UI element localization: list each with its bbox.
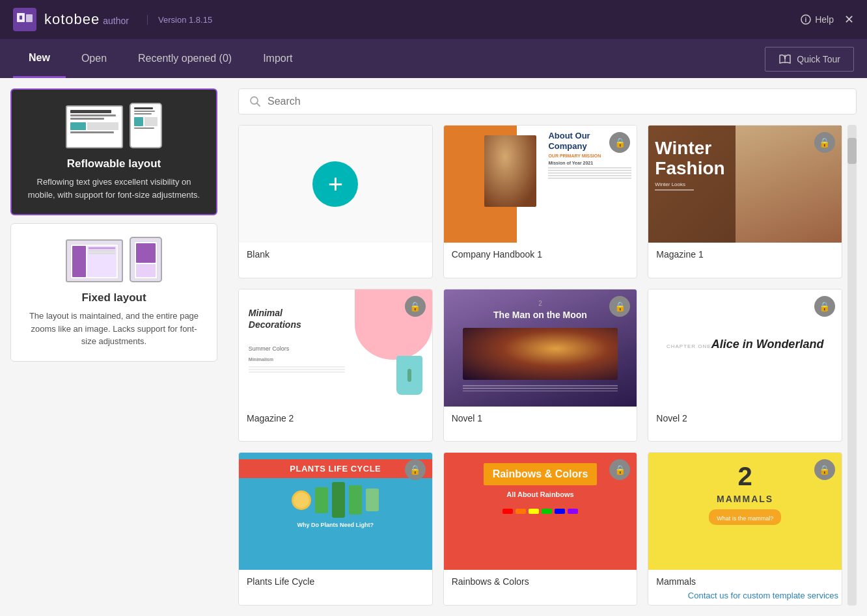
template-card-mammals[interactable]: 2 MAMMALS What is the mammal? 🔒 Mammals bbox=[648, 452, 842, 606]
novel-2-thumb: CHAPTER ONE Alice in Wonderland bbox=[648, 289, 842, 407]
brand-kotobee: kotobee bbox=[44, 11, 100, 27]
company-handbook-thumb: About OurCompany OUR PRIMARY MISSION Mis… bbox=[444, 126, 637, 243]
header-right: i Help ✕ bbox=[801, 12, 854, 27]
rainbows-thumb: Rainbows & Colors All About Rainbows bbox=[444, 453, 637, 570]
tab-open-label: Open bbox=[81, 53, 107, 64]
tab-new-label: New bbox=[29, 52, 50, 64]
close-icon: ✕ bbox=[844, 13, 854, 26]
blank-thumb: + bbox=[239, 126, 432, 243]
template-card-blank[interactable]: + Blank bbox=[238, 125, 433, 278]
magazine-2-label: Magazine 2 bbox=[239, 407, 432, 430]
tab-recently-opened[interactable]: Recently opened (0) bbox=[122, 39, 247, 78]
fixed-title: Fixed layout bbox=[81, 291, 146, 304]
novel-1-label: Novel 1 bbox=[444, 407, 637, 430]
search-input[interactable] bbox=[268, 96, 846, 107]
reflowable-mobile-preview bbox=[130, 103, 162, 148]
header-left: kotobeeauthor Version 1.8.15 bbox=[13, 8, 212, 31]
version-label: Version 1.8.15 bbox=[147, 15, 212, 25]
template-card-plants[interactable]: PLANTS LIFE CYCLE Why Do Plants Need Lig… bbox=[238, 452, 433, 606]
template-card-company-handbook[interactable]: About OurCompany OUR PRIMARY MISSION Mis… bbox=[443, 125, 638, 278]
help-button[interactable]: i Help bbox=[801, 14, 834, 25]
plants-thumb: PLANTS LIFE CYCLE Why Do Plants Need Lig… bbox=[239, 453, 432, 570]
lock-badge-magazine-2: 🔒 bbox=[405, 296, 426, 317]
grid-scroll-wrapper: + Blank bbox=[238, 125, 857, 606]
rainbows-label: Rainbows & Colors bbox=[444, 570, 637, 593]
svg-line-8 bbox=[257, 103, 260, 107]
nav-bar: New Open Recently opened (0) Import Quic… bbox=[0, 39, 867, 78]
main-content: Reflowable layout Reflowing text gives e… bbox=[0, 78, 867, 616]
quick-tour-label: Quick Tour bbox=[797, 54, 840, 64]
header: kotobeeauthor Version 1.8.15 i Help ✕ bbox=[0, 0, 867, 39]
tab-new[interactable]: New bbox=[13, 39, 66, 78]
add-icon: + bbox=[312, 161, 358, 207]
left-panel: Reflowable layout Reflowing text gives e… bbox=[0, 78, 228, 616]
fixed-description: The layout is maintained, and the entire… bbox=[24, 310, 204, 348]
novel-1-thumb: 2 The Man on the Moon bbox=[444, 289, 637, 407]
template-card-rainbows[interactable]: Rainbows & Colors All About Rainbows bbox=[443, 452, 638, 606]
book-icon bbox=[778, 54, 791, 64]
tab-recently-opened-label: Recently opened (0) bbox=[138, 53, 232, 64]
contact-label: Contact us for custom template services bbox=[688, 591, 838, 600]
close-button[interactable]: ✕ bbox=[844, 12, 854, 27]
blank-label: Blank bbox=[239, 243, 432, 266]
magazine-1-label: Magazine 1 bbox=[648, 243, 842, 266]
reflowable-title: Reflowable layout bbox=[67, 157, 161, 170]
template-card-novel-1[interactable]: 2 The Man on the Moon bbox=[443, 289, 638, 442]
template-card-magazine-2[interactable]: MinimalDecorations Summer Colors Minimal… bbox=[238, 289, 433, 442]
svg-text:i: i bbox=[805, 16, 807, 23]
plants-label: Plants Life Cycle bbox=[239, 570, 432, 593]
lock-badge-magazine-1: 🔒 bbox=[814, 132, 835, 153]
nav-tabs: New Open Recently opened (0) Import bbox=[13, 39, 308, 78]
brand-author: author bbox=[103, 16, 129, 26]
template-card-magazine-1[interactable]: WinterFashion Winter Looks 🔒 Magazine 1 bbox=[648, 125, 842, 278]
reflowable-layout-card[interactable]: Reflowable layout Reflowing text gives e… bbox=[10, 88, 217, 215]
help-icon: i bbox=[801, 14, 811, 25]
template-card-novel-2[interactable]: CHAPTER ONE Alice in Wonderland bbox=[648, 289, 842, 442]
magazine-2-thumb: MinimalDecorations Summer Colors Minimal… bbox=[239, 289, 432, 407]
brand-name-area: kotobeeauthor bbox=[44, 11, 129, 28]
lock-badge-plants: 🔒 bbox=[405, 459, 426, 480]
magazine-1-thumb: WinterFashion Winter Looks 🔒 bbox=[648, 126, 842, 243]
fixed-tablet-preview bbox=[66, 239, 123, 282]
right-panel: + Blank bbox=[228, 78, 867, 616]
template-grid: + Blank bbox=[238, 125, 845, 606]
fixed-mobile-preview bbox=[130, 237, 162, 282]
reflowable-description: Reflowing text gives excellent visibilit… bbox=[25, 176, 203, 201]
tab-import[interactable]: Import bbox=[247, 39, 308, 78]
tab-open[interactable]: Open bbox=[66, 39, 122, 78]
footer-contact[interactable]: Contact us for custom template services bbox=[683, 585, 844, 606]
tab-import-label: Import bbox=[263, 53, 292, 64]
scrollbar-thumb[interactable] bbox=[847, 138, 857, 164]
right-inner: + Blank bbox=[238, 88, 857, 606]
help-label: Help bbox=[815, 14, 834, 25]
reflowable-icons bbox=[66, 103, 162, 148]
svg-rect-2 bbox=[20, 16, 22, 20]
novel-2-label: Novel 2 bbox=[648, 407, 842, 430]
scrollbar[interactable] bbox=[847, 125, 857, 606]
reflowable-desktop-preview bbox=[66, 105, 123, 148]
lock-badge-novel-2: 🔒 bbox=[814, 296, 835, 317]
svg-rect-3 bbox=[26, 14, 33, 22]
fixed-icons bbox=[66, 237, 162, 282]
search-bar bbox=[238, 88, 857, 114]
search-icon bbox=[249, 96, 261, 107]
mammals-thumb: 2 MAMMALS What is the mammal? 🔒 bbox=[648, 453, 842, 570]
fixed-layout-card[interactable]: Fixed layout The layout is maintained, a… bbox=[10, 223, 217, 362]
quick-tour-button[interactable]: Quick Tour bbox=[765, 47, 854, 72]
company-handbook-label: Company Handbook 1 bbox=[444, 243, 637, 266]
kotobee-logo-icon bbox=[13, 8, 36, 31]
